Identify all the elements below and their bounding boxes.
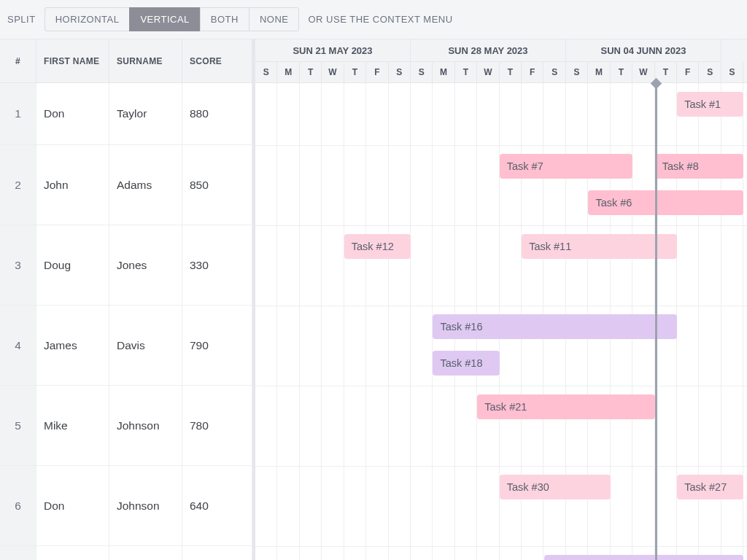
data-grid: # FIRST NAME SURNAME SCORE 1DonTaylor880… xyxy=(0,39,255,560)
scheduler-header: SUN 21 MAY 2023SUN 28 MAY 2023SUN 04 JUN… xyxy=(255,39,747,83)
table-row[interactable]: 5MikeJohnson780 xyxy=(0,386,252,466)
scheduler-body[interactable]: Task #1Task #7Task #8Task #6Task #12Task… xyxy=(255,83,747,560)
cell-first: John xyxy=(36,145,109,225)
cell-score: 330 xyxy=(182,225,252,305)
cell-idx: 5 xyxy=(0,386,36,465)
cell-idx: 3 xyxy=(0,225,36,305)
day-header[interactable]: S xyxy=(411,62,433,82)
week-header[interactable]: SUN 28 MAY 2023 xyxy=(411,39,566,62)
cell-first: Doug xyxy=(36,225,109,305)
day-header[interactable]: S xyxy=(389,62,411,82)
task-bar[interactable]: Task #27 xyxy=(677,475,743,499)
day-header[interactable]: M xyxy=(588,62,610,82)
day-header[interactable]: W xyxy=(477,62,499,82)
day-header[interactable]: S xyxy=(566,62,588,82)
cell-score: 790 xyxy=(182,306,252,385)
task-bar[interactable]: Task #12 xyxy=(344,234,411,259)
table-row[interactable]: 1DonTaylor880 xyxy=(0,83,252,145)
task-bar[interactable]: Task #8 xyxy=(655,154,744,179)
week-header[interactable]: SUN 21 MAY 2023 xyxy=(255,39,411,62)
day-header[interactable]: T xyxy=(500,62,522,82)
task-bar[interactable]: Task #30 xyxy=(500,475,611,499)
task-bar[interactable]: Task #21 xyxy=(477,394,654,419)
cell-first: Mike xyxy=(36,386,109,465)
day-header[interactable]: S xyxy=(699,62,721,82)
cell-idx: 1 xyxy=(0,83,36,144)
task-bar[interactable]: Task #1 xyxy=(677,92,743,117)
day-header[interactable]: S xyxy=(721,62,743,82)
cell-score xyxy=(182,546,252,560)
table-row[interactable]: 2JohnAdams850 xyxy=(0,145,252,225)
cell-last: Adams xyxy=(109,145,182,225)
day-header[interactable]: M xyxy=(433,62,454,82)
cell-idx: 7 xyxy=(0,546,36,560)
cell-score: 780 xyxy=(182,386,252,465)
day-header[interactable]: T xyxy=(300,62,322,82)
split-mode-both[interactable]: BOTH xyxy=(200,7,249,31)
cell-last: Taylor xyxy=(109,83,182,144)
col-first-name[interactable]: FIRST NAME xyxy=(36,39,109,82)
col-index[interactable]: # xyxy=(0,39,36,82)
split-mode-none[interactable]: NONE xyxy=(249,7,300,31)
cell-last: Johnson xyxy=(109,466,182,545)
split-pane: # FIRST NAME SURNAME SCORE 1DonTaylor880… xyxy=(0,39,747,560)
task-bar[interactable]: Task #16 xyxy=(433,314,677,339)
task-bar[interactable]: Task #18 xyxy=(433,351,499,376)
toolbar-title: SPLIT xyxy=(7,14,36,25)
task-bar[interactable]: Task #7 xyxy=(500,154,633,179)
cell-first: Don xyxy=(36,83,109,144)
day-header[interactable]: F xyxy=(522,62,543,82)
task-bar[interactable]: Task #6 xyxy=(588,190,743,215)
table-row[interactable]: 3DougJones330 xyxy=(0,225,252,306)
split-mode-group: HORIZONTALVERTICALBOTHNONE xyxy=(44,7,300,31)
scheduler: SUN 21 MAY 2023SUN 28 MAY 2023SUN 04 JUN… xyxy=(255,39,747,560)
cell-last xyxy=(109,546,182,560)
day-header[interactable]: S xyxy=(255,62,277,82)
table-row[interactable]: 6DonJohnson640 xyxy=(0,466,252,546)
cell-idx: 6 xyxy=(0,466,36,545)
cell-first: Don xyxy=(36,466,109,545)
col-surname[interactable]: SURNAME xyxy=(109,39,182,82)
week-row: SUN 21 MAY 2023SUN 28 MAY 2023SUN 04 JUN… xyxy=(255,39,747,62)
day-header[interactable]: W xyxy=(632,62,654,82)
table-row[interactable]: 7 xyxy=(0,546,252,560)
cell-score: 640 xyxy=(182,466,252,545)
table-row[interactable]: 4JamesDavis790 xyxy=(0,306,252,386)
day-header[interactable]: S xyxy=(543,62,565,82)
cell-last: Jones xyxy=(109,225,182,305)
toolbar-hint: OR USE THE CONTEXT MENU xyxy=(308,14,452,25)
day-header[interactable]: F xyxy=(366,62,388,82)
grid-body: 1DonTaylor8802JohnAdams8503DougJones3304… xyxy=(0,83,252,560)
day-row: SMTWTFSSMTWTFSSMTWTFSS xyxy=(255,62,747,82)
col-score[interactable]: SCORE xyxy=(182,39,252,82)
cell-first: James xyxy=(36,306,109,385)
cell-first xyxy=(36,546,109,560)
split-mode-horizontal[interactable]: HORIZONTAL xyxy=(44,7,130,31)
cell-last: Johnson xyxy=(109,386,182,465)
task-bar[interactable]: Task #11 xyxy=(522,234,677,259)
task-bar[interactable]: Task #32 xyxy=(544,555,744,560)
day-header[interactable]: M xyxy=(277,62,299,82)
cell-score: 850 xyxy=(182,145,252,225)
app-root: SPLIT HORIZONTALVERTICALBOTHNONE OR USE … xyxy=(0,0,747,560)
split-mode-vertical[interactable]: VERTICAL xyxy=(129,7,199,31)
day-header[interactable]: W xyxy=(322,62,344,82)
toolbar: SPLIT HORIZONTALVERTICALBOTHNONE OR USE … xyxy=(0,0,747,39)
cell-score: 880 xyxy=(182,83,252,144)
cell-idx: 4 xyxy=(0,306,36,385)
cell-last: Davis xyxy=(109,306,182,385)
week-header[interactable]: SUN 04 JUNN 2023 xyxy=(566,39,721,62)
day-header[interactable]: T xyxy=(344,62,366,82)
day-header[interactable]: F xyxy=(677,62,699,82)
grid-header: # FIRST NAME SURNAME SCORE xyxy=(0,39,252,83)
cell-idx: 2 xyxy=(0,145,36,225)
day-header[interactable]: T xyxy=(455,62,477,82)
day-header[interactable]: T xyxy=(611,62,632,82)
